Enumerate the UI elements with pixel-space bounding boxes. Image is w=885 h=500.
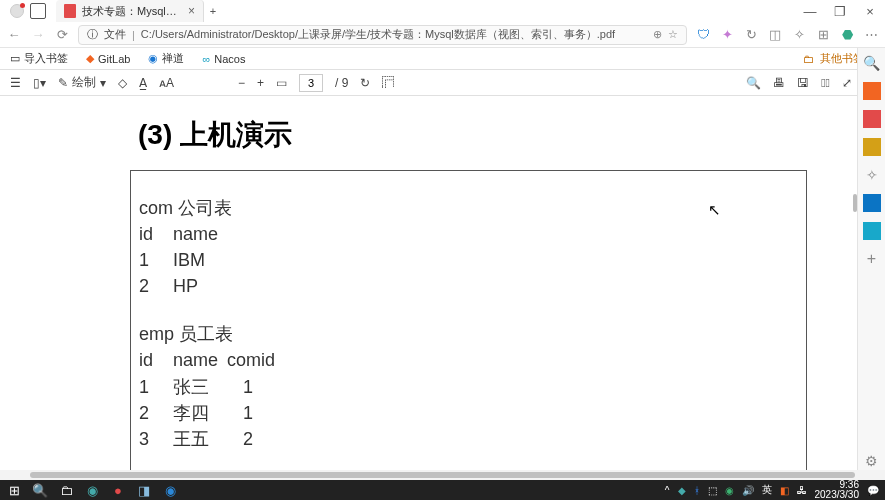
bookmark-gitlab[interactable]: ◆ GitLab [86,52,130,65]
text-icon[interactable]: A̲ [139,76,147,90]
bluetooth-icon[interactable]: ᚼ [694,485,700,496]
bookmark-import-icon: ▭ [10,52,20,65]
side-ext3-icon[interactable] [863,138,881,156]
search-panel-icon[interactable]: 🔍 [863,54,881,72]
table2-header: idnamecomid [139,347,798,373]
table-row: 2李四1 [139,400,798,426]
tray-icon-3[interactable]: ◧ [780,485,789,496]
pdf-content: com 公司表 idname 1IBM 2HP emp 员工表 idnameco… [139,195,798,452]
page-view-icon[interactable]: ⿸ [382,76,394,90]
highlight-icon[interactable]: ▯▾ [33,76,46,90]
app1-icon[interactable]: ◉ [84,482,100,498]
save-icon[interactable]: 🖫 [797,76,809,90]
table-row: 1IBM [139,247,798,273]
section-heading: (3) 上机演示 [138,116,292,154]
bookmarks-bar: ▭ 导入书签 ◆ GitLab ◉ 禅道 ∞ Nacos 🗀 其他书签夹 [0,48,885,70]
fit-page-icon[interactable]: ▭ [276,76,287,90]
bookmark-chandao[interactable]: ◉ 禅道 [148,51,184,66]
taskbar-search-icon[interactable]: 🔍 [32,482,48,498]
draw-tool[interactable]: ✎ 绘制 ▾ [58,74,106,91]
back-icon[interactable]: ← [6,27,22,42]
table2-title: emp 员工表 [139,321,798,347]
profile-avatar[interactable] [10,4,24,18]
fullscreen-icon[interactable]: ⤢ [842,76,852,90]
info-icon: ⓘ [87,27,98,42]
url-text: C:/Users/Administrator/Desktop/上课录屏/学生/技… [141,27,615,42]
clock[interactable]: 9:36 2023/3/30 [815,480,860,500]
window-controls: — ❐ × [795,4,885,19]
network-icon[interactable]: 🖧 [797,485,807,496]
side-ext2-icon[interactable] [863,110,881,128]
import-label: 导入书签 [24,51,68,66]
more-icon[interactable]: ⋯ [863,27,879,42]
gitlab-label: GitLab [98,53,130,65]
clock-date: 2023/3/30 [815,490,860,500]
close-window-button[interactable]: × [855,4,885,19]
table-row: 2HP [139,273,798,299]
tab-close-icon[interactable]: × [188,4,195,18]
page-total: / 9 [335,76,348,90]
favorite-icon[interactable]: ☆ [668,28,678,41]
print-icon[interactable]: 🖶 [773,76,785,90]
read-aloud-icon[interactable]: ᴀA [159,76,174,90]
pdf-page: (3) 上机演示 com 公司表 idname 1IBM 2HP emp 员工表… [10,96,847,480]
table-row: 1张三1 [139,374,798,400]
app3-icon[interactable]: ◨ [136,482,152,498]
page-number-input[interactable] [299,74,323,92]
tray: ^ ◆ ᚼ ⬚ ◉ 🔊 英 ◧ 🖧 9:36 2023/3/30 💬 [665,480,879,500]
app-icon[interactable] [30,3,46,19]
tab-title: 技术专题：Mysql数据库（视图... [82,4,182,19]
panel-settings-icon[interactable]: ⚙ [863,452,881,470]
save-as-icon[interactable]: ✎⃞ [821,76,830,90]
tray-icon-2[interactable]: ⬚ [708,485,717,496]
explorer-icon[interactable]: 🗀 [58,482,74,498]
edge-icon[interactable]: ◉ [162,482,178,498]
add-panel-icon[interactable]: + [863,250,881,268]
wechat-icon[interactable]: ◉ [725,485,734,496]
browser-tab[interactable]: 技术专题：Mysql数据库（视图... × [56,0,204,22]
side-ext6-icon[interactable] [863,222,881,240]
contents-icon[interactable]: ☰ [10,76,21,90]
maximize-button[interactable]: ❐ [825,4,855,19]
tray-icon-1[interactable]: ◆ [678,485,686,496]
ext1-icon[interactable]: ⬣ [839,27,855,42]
rotate-icon[interactable]: ↻ [360,76,370,90]
app2-icon[interactable]: ● [110,482,126,498]
start-icon[interactable]: ⊞ [6,482,22,498]
bookmark-nacos[interactable]: ∞ Nacos [202,53,245,65]
horizontal-scrollbar-thumb[interactable] [30,472,855,478]
pdf-viewport[interactable]: (3) 上机演示 com 公司表 idname 1IBM 2HP emp 员工表… [0,96,857,480]
reload-icon[interactable]: ⟳ [54,27,70,42]
erase-icon[interactable]: ◇ [118,76,127,90]
tab-strip: 技术专题：Mysql数据库（视图... × + — ❐ × [0,0,885,22]
url-field[interactable]: ⓘ 文件 | C:/Users/Administrator/Desktop/上课… [78,25,687,45]
search-icon[interactable]: 🔍 [746,76,761,90]
refresh-ext-icon[interactable]: ↻ [743,27,759,42]
volume-icon[interactable]: 🔊 [742,485,754,496]
nacos-label: Nacos [214,53,245,65]
collections-icon[interactable]: ⊞ [815,27,831,42]
pdf-favicon-icon [64,4,76,18]
chandao-icon: ◉ [148,52,158,65]
import-bookmarks[interactable]: ▭ 导入书签 [10,51,68,66]
zoom-in-button[interactable]: + [257,76,264,90]
ime-indicator[interactable]: 英 [762,483,772,497]
tray-chevron-icon[interactable]: ^ [665,485,670,496]
side-ext4-icon[interactable]: ✧ [863,166,881,184]
zoom-out-button[interactable]: − [238,76,245,90]
side-ext1-icon[interactable] [863,82,881,100]
nacos-icon: ∞ [202,53,210,65]
table1-title: com 公司表 [139,195,798,221]
pen-icon: ✎ [58,76,68,90]
extensions-icon[interactable]: ✧ [791,27,807,42]
copilot-icon[interactable]: ✦ [719,27,735,42]
split-icon[interactable]: ◫ [767,27,783,42]
new-tab-button[interactable]: + [204,5,222,17]
vertical-scrollbar-thumb[interactable] [853,194,857,212]
horizontal-scrollbar[interactable] [0,470,885,480]
action-center-icon[interactable]: 💬 [867,485,879,496]
minimize-button[interactable]: — [795,4,825,19]
side-ext5-icon[interactable] [863,194,881,212]
zoom-icon[interactable]: ⊕ [653,28,662,41]
shield-icon[interactable]: 🛡 [695,27,711,42]
